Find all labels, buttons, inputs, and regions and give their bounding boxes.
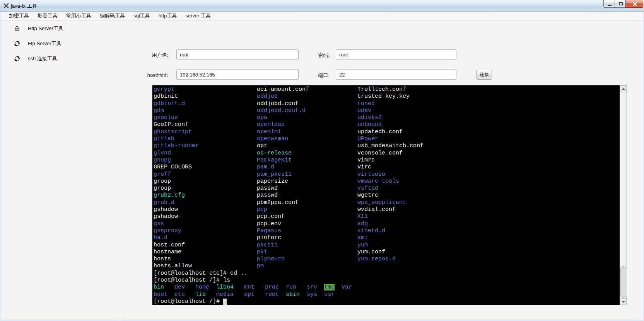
terminal-text: root	[265, 291, 286, 298]
maximize-button[interactable]	[615, 0, 626, 8]
terminal-panel: gcryptgdbinitgdbinit.dgdmgeoclueGeoIP.co…	[152, 85, 627, 305]
scrollbar-thumb[interactable]	[620, 266, 626, 298]
terminal-text: [root@localhost /]#	[154, 298, 223, 305]
terminal-text: srv	[307, 284, 324, 290]
terminal-line: PackageKit	[257, 157, 357, 164]
terminal-text: papersize	[257, 178, 288, 185]
terminal-line: openlmi	[257, 129, 357, 136]
terminal-text: UPower	[357, 136, 378, 142]
terminal-line: host.conf	[154, 242, 257, 249]
terminal-text: tuned	[357, 100, 375, 107]
terminal-line: gdm	[154, 107, 257, 114]
menu-item-4[interactable]: 编解码工具	[96, 11, 129, 20]
terminal-text: passwd-	[257, 192, 281, 199]
terminal-text: gcrypt	[154, 86, 174, 93]
terminal-text: oddjobd.conf.d	[257, 107, 306, 114]
terminal-text: proc	[265, 284, 286, 290]
menu-item-7[interactable]: server 工具	[181, 11, 215, 20]
terminal-line: oddjob	[257, 93, 357, 100]
terminal-text: hosts.allow	[154, 263, 192, 269]
terminal-line: grub2.cfg	[154, 192, 257, 199]
connect-button[interactable]: 连接	[477, 70, 492, 80]
terminal-text: vsftpd	[357, 185, 378, 192]
terminal-text: pinforc	[257, 234, 281, 241]
terminal-line: pcp	[257, 206, 357, 213]
terminal-line: xdg	[357, 221, 620, 228]
sidebar-item-http-server工具[interactable]: Http Server工具	[11, 24, 109, 34]
sync-icon	[14, 41, 20, 47]
terminal-text: group	[154, 178, 171, 185]
scroll-down-button[interactable]	[620, 298, 627, 305]
terminal-line: oddjobd.conf	[257, 100, 357, 107]
terminal-line: hosts.allow	[154, 263, 257, 270]
terminal-text: yum.repos.d	[357, 256, 396, 262]
terminal-text: gitlab-runner	[154, 143, 199, 149]
menu-item-3[interactable]: 常用小工具	[62, 11, 96, 20]
sidebar-item-label: ssh 连接工具	[28, 55, 57, 62]
terminal-text: wvdial.conf	[357, 206, 396, 213]
host-input[interactable]	[176, 70, 299, 80]
terminal-text: oddjob	[257, 93, 278, 100]
terminal-text: virc	[357, 164, 371, 170]
menu-item-6[interactable]: http工具	[154, 11, 181, 20]
password-input[interactable]	[336, 49, 456, 59]
terminal-line: pcp.conf	[257, 213, 357, 220]
terminal-line: opa	[257, 114, 357, 121]
username-input[interactable]	[176, 49, 299, 59]
terminal-text: udev	[357, 107, 371, 114]
terminal-text: pcp.env	[257, 221, 281, 227]
terminal-line: opt	[257, 143, 357, 149]
port-label: 端口:	[306, 72, 330, 79]
menu-item-2[interactable]: 影音工具	[33, 11, 62, 20]
terminal-line: vmware-tools	[357, 178, 620, 185]
terminal-text: ha.d	[154, 234, 167, 241]
terminal-text: yum	[357, 242, 368, 248]
terminal-text: gdm	[154, 107, 164, 114]
sidebar-item-ssh-连接工具[interactable]: ssh 连接工具	[11, 54, 109, 64]
terminal-line: UPower	[357, 136, 620, 143]
sidebar-item-ftp-server工具[interactable]: Ftp Server工具	[11, 39, 109, 49]
terminal-line: X11	[357, 213, 620, 220]
terminal-text: pam.d	[257, 164, 274, 170]
minimize-icon	[608, 5, 612, 6]
port-input[interactable]	[336, 70, 456, 80]
app-icon	[3, 3, 9, 9]
terminal-line: hosts	[154, 256, 257, 263]
menu-item-5[interactable]: sql工具	[129, 11, 154, 20]
terminal-line: plymouth	[257, 256, 357, 263]
terminal-line: gnupg	[154, 157, 257, 164]
terminal-line: group-	[154, 185, 257, 192]
menu-item-1[interactable]: 加密工具	[5, 11, 33, 20]
terminal-scrollbar[interactable]	[620, 85, 627, 305]
terminal-line: yum.conf	[357, 249, 620, 256]
terminal-line: gshadow-	[154, 213, 257, 220]
terminal-line: gitlab	[154, 136, 257, 143]
lock-icon	[14, 25, 20, 32]
terminal-line: updatedb.conf	[357, 129, 620, 136]
terminal-text: [root@localhost /]# ls	[154, 277, 230, 284]
terminal-text: vmware-tools	[357, 178, 399, 185]
terminal-line: group	[154, 178, 257, 185]
scroll-up-button[interactable]	[620, 85, 627, 92]
terminal-text: sbin	[286, 291, 307, 298]
terminal-line: vconsole.conf	[357, 150, 620, 157]
terminal-line: pam.d	[257, 164, 357, 171]
terminal-line: usb_modeswitch.conf	[357, 143, 620, 149]
terminal-output[interactable]: gcryptgdbinitgdbinit.dgdmgeoclueGeoIP.co…	[152, 85, 620, 305]
minimize-button[interactable]	[603, 0, 615, 8]
terminal-text: hosts	[154, 256, 171, 262]
terminal-text: media	[216, 291, 244, 298]
terminal-text: openlmi	[257, 129, 281, 135]
terminal-line: tuned	[357, 100, 620, 107]
listing-column-2: oci-umount.confoddjoboddjobd.confoddjobd…	[257, 86, 357, 270]
sync-icon	[14, 56, 20, 62]
terminal-line: yum	[357, 242, 620, 249]
title-bar[interactable]: java-fx 工具	[0, 0, 644, 12]
terminal-line: xinetd.d	[357, 228, 620, 234]
terminal-line: ha.d	[154, 234, 257, 241]
terminal-text: vconsole.conf	[357, 150, 403, 156]
terminal-line: Pegasus	[257, 228, 357, 234]
terminal-text: geoclue	[154, 114, 178, 121]
close-button[interactable]	[625, 0, 643, 8]
terminal-text: mnt	[244, 284, 265, 290]
